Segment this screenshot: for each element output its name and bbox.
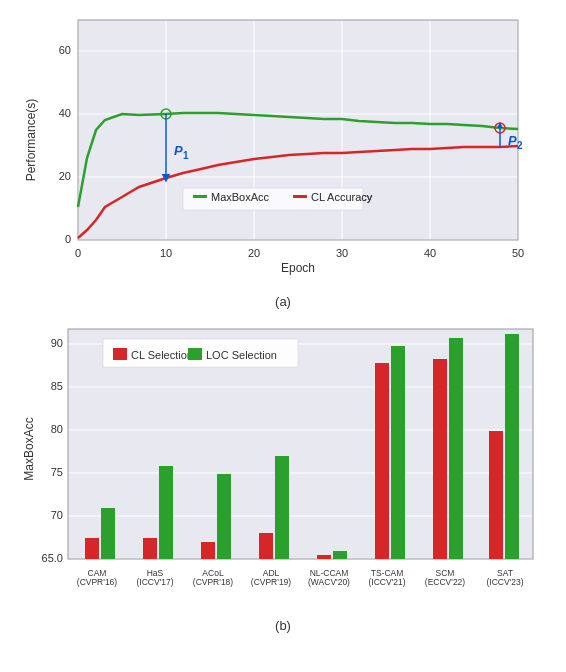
legend-loc-box [188,348,202,360]
x-label-adl2: (CVPR'19) [251,577,292,587]
legend-maxboxacc-label2: MaxBoxAcc [211,191,270,203]
y-tick: 80 [51,423,63,435]
bar-cl [317,555,331,559]
x-tick: 40 [424,247,436,259]
y-tick: 75 [51,466,63,478]
bar-loc [101,508,115,559]
y-axis-label: Performance(s) [24,99,38,182]
y-tick: 65.0 [42,552,63,564]
y-tick: 20 [59,170,71,182]
legend-loc-text: LOC Selection [206,349,277,361]
bar-cl [201,542,215,559]
y-axis-label: MaxBoxAcc [23,417,36,480]
x-tick: 50 [512,247,524,259]
x-tick: 20 [248,247,260,259]
y-tick: 70 [51,509,63,521]
x-label-has2: (ICCV'17) [136,577,173,587]
bar-loc [449,338,463,559]
x-tick: 0 [75,247,81,259]
p2-subscript: 2 [517,140,523,151]
y-tick: 90 [51,337,63,349]
chart-a-container: 0 20 40 60 Performance(s) 0 10 20 30 40 … [23,10,543,309]
chart-a-title: (a) [275,294,291,309]
chart-b-container: 65.0 70 75 80 85 90 MaxBoxAcc [23,319,543,633]
bar-cl [375,363,389,559]
legend-cl-box [113,348,127,360]
bar-cl [489,431,503,559]
bar-loc [159,466,173,559]
x-label-nlccam2: (WACV'20) [308,577,350,587]
legend-cl-text: CL Selection [131,349,193,361]
x-label-tscam2: (ICCV'21) [368,577,405,587]
y-tick: 85 [51,380,63,392]
bar-loc [333,551,347,559]
bar-cl [85,538,99,559]
chart-b-title: (b) [275,618,291,633]
bar-loc [391,346,405,559]
y-tick: 0 [65,233,71,245]
bar-loc [275,456,289,559]
bar-cl [143,538,157,559]
p1-label: P [174,143,183,158]
x-label-sat2: (ICCV'23) [486,577,523,587]
y-tick: 40 [59,107,71,119]
bar-cl [433,359,447,559]
bar-loc [217,474,231,559]
y-tick: 60 [59,44,71,56]
legend-maxboxacc-color2 [193,195,207,198]
p1-subscript: 1 [183,150,189,161]
bar-loc [505,334,519,559]
x-tick: 30 [336,247,348,259]
line-chart: 0 20 40 60 Performance(s) 0 10 20 30 40 … [23,10,543,290]
x-label-acol2: (CVPR'18) [193,577,234,587]
legend-cl-label2: CL Accuracy [311,191,373,203]
p2-label: P [508,133,517,148]
x-label-scm2: (ECCV'22) [425,577,466,587]
x-axis-label: Epoch [281,261,315,275]
legend-cl-color2 [293,195,307,198]
x-label-cam2: (CVPR'16) [77,577,118,587]
x-tick: 10 [160,247,172,259]
bar-cl [259,533,273,559]
bar-chart: 65.0 70 75 80 85 90 MaxBoxAcc [23,319,543,614]
